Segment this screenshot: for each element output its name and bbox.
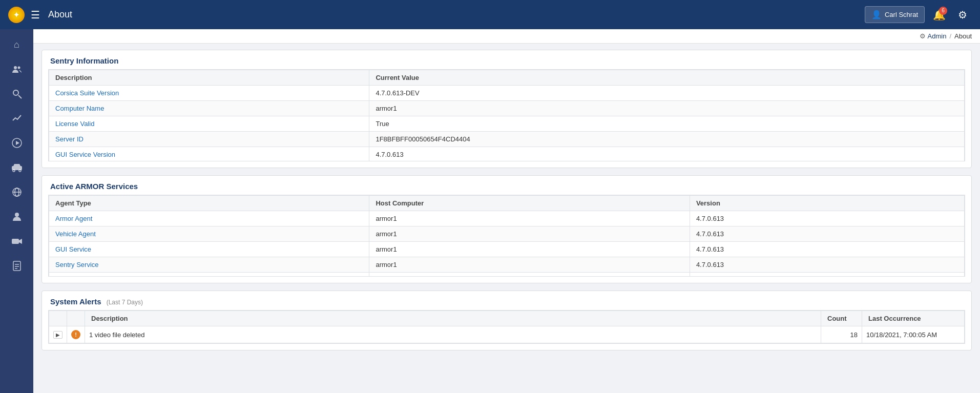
- alerts-col-last: Last Occurrence: [862, 311, 965, 326]
- agent-type: Armor Agent: [49, 211, 369, 226]
- sidebar-item-users[interactable]: [5, 205, 29, 228]
- breadcrumb-bar: ⚙ Admin / About: [33, 29, 980, 44]
- main-layout: ⌂: [0, 29, 980, 393]
- host-computer: armor1: [369, 273, 690, 277]
- sentry-desc: GUI Service Version: [49, 147, 369, 162]
- sidebar-item-search[interactable]: [5, 82, 29, 105]
- table-row: Sentry Service armor1 4.7.0.613: [49, 257, 965, 273]
- breadcrumb-separator: /: [949, 32, 951, 40]
- host-computer: armor1: [369, 211, 690, 226]
- version: 4.7.0.613: [690, 257, 964, 273]
- agent-type: Mobile Service: [49, 273, 369, 277]
- sentry-value: armor1: [369, 101, 965, 116]
- armor-col-host: Host Computer: [369, 196, 690, 211]
- system-alerts-title: System Alerts (Last 7 Days): [42, 291, 971, 310]
- table-row: Vehicle Agent armor1 4.7.0.613: [49, 226, 965, 242]
- version: 4.7.0.613: [690, 226, 964, 242]
- hamburger-button[interactable]: ☰: [31, 9, 40, 21]
- sidebar-item-network[interactable]: [5, 181, 29, 203]
- svg-point-12: [15, 213, 19, 217]
- alert-warning-icon: !: [71, 330, 80, 339]
- svg-point-8: [19, 170, 21, 172]
- armor-services-table-wrapper[interactable]: Agent Type Host Computer Version Armor A…: [48, 195, 965, 277]
- breadcrumb-current: About: [954, 32, 972, 40]
- svg-point-1: [17, 67, 20, 69]
- sentry-col-value: Current Value: [369, 70, 965, 86]
- version: 4.7.0.613: [690, 273, 964, 277]
- admin-gear-icon: ⚙: [920, 32, 926, 40]
- alert-description: 1 video file deleted: [85, 326, 821, 343]
- system-alerts-card: System Alerts (Last 7 Days) Description …: [41, 291, 972, 350]
- host-computer: armor1: [369, 257, 690, 273]
- table-row: GUI Service Version 4.7.0.613: [49, 147, 965, 162]
- svg-point-0: [14, 66, 17, 69]
- notification-badge: 6: [939, 7, 947, 15]
- svg-marker-14: [19, 239, 22, 244]
- svg-point-7: [13, 170, 15, 172]
- system-alerts-table-wrapper[interactable]: Description Count Last Occurrence ▶ ! 1 …: [48, 310, 965, 344]
- sidebar-item-cameras[interactable]: [5, 230, 29, 253]
- armor-services-card: Active ARMOR Services Agent Type Host Co…: [41, 175, 972, 283]
- svg-line-3: [18, 95, 22, 98]
- sentry-info-card: Sentry Information Description Current V…: [41, 50, 972, 168]
- agent-type: GUI Service: [49, 242, 369, 257]
- sentry-info-table-wrapper[interactable]: Description Current Value Corsica Suite …: [48, 69, 965, 161]
- table-row: Corsica Suite Version 4.7.0.613-DEV: [49, 86, 965, 101]
- sentry-desc: Computer Name: [49, 101, 369, 116]
- armor-services-table: Agent Type Host Computer Version Armor A…: [49, 195, 965, 277]
- host-computer: armor1: [369, 226, 690, 242]
- user-menu-button[interactable]: 👤 Carl Schrat: [865, 6, 925, 23]
- main-content: Sentry Information Description Current V…: [33, 44, 980, 393]
- table-row: Mobile Service armor1 4.7.0.613: [49, 273, 965, 277]
- sentry-desc: Server ID: [49, 132, 369, 147]
- table-row: ▶ ! 1 video file deleted 18 10/18/2021, …: [49, 326, 965, 343]
- sentry-info-title: Sentry Information: [42, 50, 971, 69]
- sentry-value: 4.7.0.613: [369, 147, 965, 162]
- sidebar-item-vehicles[interactable]: [5, 156, 29, 179]
- version: 4.7.0.613: [690, 242, 964, 257]
- alerts-col-description: Description: [85, 311, 821, 326]
- svg-rect-15: [13, 261, 20, 271]
- host-computer: armor1: [369, 242, 690, 257]
- sidebar-item-analytics[interactable]: [5, 107, 29, 130]
- page-title: About: [48, 9, 859, 20]
- user-icon: 👤: [871, 10, 882, 19]
- sidebar: ⌂: [0, 29, 33, 393]
- alerts-col-count: Count: [821, 311, 862, 326]
- sidebar-item-playback[interactable]: [5, 132, 29, 154]
- alert-expand-button[interactable]: ▶: [53, 331, 62, 339]
- table-row: License Valid True: [49, 116, 965, 132]
- armor-col-agent: Agent Type: [49, 196, 369, 211]
- table-row: Computer Name armor1: [49, 101, 965, 116]
- alert-last-occurrence: 10/18/2021, 7:00:05 AM: [862, 326, 965, 343]
- sidebar-item-groups[interactable]: [5, 58, 29, 80]
- system-alerts-table: Description Count Last Occurrence ▶ ! 1 …: [49, 311, 965, 343]
- sentry-col-description: Description: [49, 70, 369, 86]
- alert-count: 18: [821, 326, 862, 343]
- agent-type: Sentry Service: [49, 257, 369, 273]
- sentry-desc: License Valid: [49, 116, 369, 132]
- settings-button[interactable]: ⚙: [953, 6, 972, 24]
- table-row: GUI Service armor1 4.7.0.613: [49, 242, 965, 257]
- sentry-value: 1F8BFBFF00050654F4CD4404: [369, 132, 965, 147]
- header-right-controls: 👤 Carl Schrat 🔔 6 ⚙: [865, 6, 972, 24]
- app-logo: ✦: [8, 7, 25, 23]
- notifications-button[interactable]: 🔔 6: [930, 6, 948, 24]
- table-row: Armor Agent armor1 4.7.0.613: [49, 211, 965, 226]
- sidebar-item-reports[interactable]: [5, 255, 29, 277]
- sidebar-item-home[interactable]: ⌂: [5, 33, 29, 56]
- content-area: ⚙ Admin / About Sentry Information Descr…: [33, 29, 980, 393]
- user-name: Carl Schrat: [885, 11, 918, 18]
- table-row: Server ID 1F8BFBFF00050654F4CD4404: [49, 132, 965, 147]
- breadcrumb-admin-link[interactable]: Admin: [928, 32, 947, 40]
- svg-point-2: [13, 90, 18, 95]
- alerts-col-icon: [67, 311, 85, 326]
- agent-type: Vehicle Agent: [49, 226, 369, 242]
- system-alerts-subtitle: (Last 7 Days): [107, 299, 143, 306]
- armor-col-version: Version: [690, 196, 964, 211]
- sentry-desc: Corsica Suite Version: [49, 86, 369, 101]
- svg-rect-13: [12, 239, 19, 244]
- top-header: ✦ ☰ About 👤 Carl Schrat 🔔 6 ⚙: [0, 0, 980, 29]
- armor-services-title: Active ARMOR Services: [42, 176, 971, 195]
- version: 4.7.0.613: [690, 211, 964, 226]
